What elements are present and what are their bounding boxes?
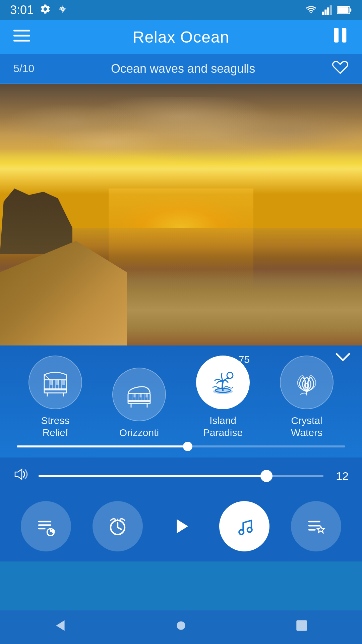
sound-item-stress-relief[interactable]: StressRelief — [28, 356, 82, 439]
svg-rect-6 — [350, 8, 352, 11]
sound-circle-stress-relief[interactable] — [28, 356, 82, 409]
sound-circle-crystal-waters[interactable] — [280, 356, 334, 409]
sound-label-stress-relief: StressRelief — [41, 415, 69, 439]
svg-rect-9 — [13, 35, 30, 36]
playlist-button[interactable] — [21, 501, 71, 551]
sound-label-crystal-waters: CrystalWaters — [291, 415, 322, 439]
sound-panel: StressRelief — [0, 345, 362, 458]
sound-number-island-paradise: 75 — [239, 354, 250, 365]
volume-fill — [39, 475, 266, 477]
track-counter: 5/10 — [13, 62, 34, 75]
svg-rect-61 — [296, 620, 307, 631]
svg-point-48 — [51, 529, 55, 533]
music-note-button[interactable] — [219, 501, 269, 551]
svg-line-15 — [44, 375, 50, 380]
svg-rect-7 — [338, 7, 349, 13]
sound-label-island-paradise: IslandParadise — [203, 415, 243, 439]
nav-bar — [0, 610, 362, 644]
volume-thumb[interactable] — [260, 470, 273, 482]
svg-rect-22 — [56, 380, 59, 385]
favorite-button[interactable] — [332, 59, 349, 79]
sound-item-orizzonti[interactable]: Orizzonti — [112, 368, 166, 439]
play-button[interactable] — [164, 509, 198, 543]
svg-rect-35 — [140, 393, 142, 397]
svg-rect-4 — [330, 5, 332, 15]
progress-fill — [17, 445, 188, 447]
volume-value: 12 — [332, 470, 349, 483]
svg-point-55 — [247, 528, 252, 532]
svg-rect-3 — [327, 7, 329, 15]
player-controls — [0, 494, 362, 561]
volume-section: 12 — [0, 458, 362, 494]
svg-marker-59 — [56, 620, 64, 631]
progress-thumb[interactable] — [183, 442, 192, 451]
svg-point-41 — [227, 372, 233, 378]
alarm-button[interactable] — [93, 501, 143, 551]
hamburger-menu-icon[interactable] — [13, 29, 30, 45]
svg-marker-53 — [177, 519, 188, 533]
progress-track[interactable] — [17, 445, 345, 447]
svg-point-60 — [177, 621, 185, 630]
chevron-down-icon[interactable] — [336, 351, 350, 366]
track-title: Ocean waves and seagulls — [44, 62, 322, 76]
sounds-row: StressRelief — [7, 356, 355, 439]
svg-rect-11 — [334, 28, 339, 42]
status-time: 3:01 — [10, 3, 34, 17]
svg-rect-2 — [324, 9, 326, 15]
main-image — [0, 84, 362, 345]
sound-circle-orizzonti[interactable] — [112, 368, 166, 421]
now-playing-bar: 5/10 Ocean waves and seagulls — [0, 54, 362, 84]
svg-point-54 — [239, 530, 244, 535]
app-title: Relax Ocean — [133, 28, 229, 46]
settings-icon — [40, 3, 51, 17]
svg-rect-36 — [146, 393, 148, 397]
status-right — [305, 5, 352, 15]
favorites-list-button[interactable] — [291, 501, 341, 551]
nav-stop-button[interactable] — [294, 618, 309, 636]
status-bar: 3:01 — [0, 0, 362, 20]
svg-rect-21 — [50, 380, 53, 385]
sound-item-crystal-waters[interactable]: CrystalWaters — [280, 356, 334, 439]
sound-item-island-paradise[interactable]: 75 — [196, 356, 250, 439]
nav-back-button[interactable] — [53, 618, 68, 636]
svg-line-51 — [118, 528, 121, 529]
pause-button[interactable] — [332, 27, 349, 47]
sound-label-orizzonti: Orizzonti — [119, 427, 159, 439]
battery-icon — [337, 5, 352, 15]
nav-home-button[interactable] — [174, 618, 188, 636]
app-bar: Relax Ocean — [0, 20, 362, 54]
svg-rect-23 — [62, 380, 65, 385]
wifi-icon — [305, 5, 317, 15]
signal-icon — [322, 5, 333, 15]
svg-rect-34 — [134, 393, 136, 397]
volume-icon — [13, 466, 30, 486]
svg-rect-8 — [13, 30, 30, 31]
svg-rect-12 — [342, 28, 346, 42]
progress-container[interactable] — [7, 445, 355, 447]
volume-track[interactable] — [39, 475, 323, 477]
svg-rect-10 — [13, 40, 30, 41]
beach-icon — [57, 3, 68, 17]
svg-rect-1 — [322, 12, 324, 15]
